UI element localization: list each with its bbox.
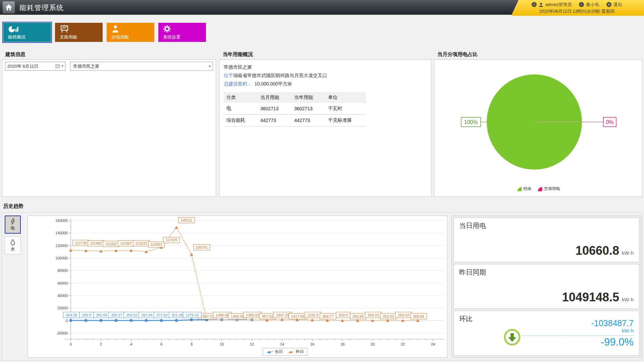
svg-text:110301: 110301 <box>150 242 162 246</box>
nav-subitem-energy[interactable]: 分项用能 <box>107 23 154 42</box>
exit-button[interactable]: 退出 <box>613 2 622 8</box>
ratio-delta: -1038487.7 <box>523 318 634 328</box>
annual-energy-panel: 当年用能概况 常德市民之家 位于湖南省常德市武陵区朗州路与月亮大道交叉口 总建设… <box>219 49 431 197</box>
svg-text:117220: 117220 <box>165 238 177 242</box>
building-name: 常德市民之家 <box>224 63 427 71</box>
pie-slice-icon <box>517 186 522 192</box>
pie-legend: 特殊 空调用电 <box>434 186 642 192</box>
history-chart-legend: 当日 昨日 <box>263 348 308 356</box>
minimize-button[interactable]: 最小化 <box>586 2 599 8</box>
nav-label: 支路用能 <box>60 34 77 40</box>
svg-text:100%: 100% <box>464 119 478 125</box>
legend-item-hvac[interactable]: 空调用电 <box>537 186 560 192</box>
svg-text:111962: 111962 <box>90 241 102 245</box>
table-cell: 电 <box>224 103 258 115</box>
nav-label: 系统设置 <box>163 34 180 40</box>
svg-text:10: 10 <box>220 342 224 346</box>
tool-electricity-button[interactable]: 电 <box>5 216 21 234</box>
tool-water-button[interactable]: 水 <box>5 236 21 254</box>
building-select-value: 常德市民之家 <box>73 63 99 69</box>
pie-chart-icon <box>8 25 19 33</box>
svg-text:160000: 160000 <box>55 219 68 223</box>
table-cell: 千瓦时 <box>325 103 366 115</box>
line-series-icon <box>287 350 295 354</box>
presentation-chart-icon <box>60 25 69 33</box>
svg-text:1417.65: 1417.65 <box>291 314 305 318</box>
line-series-icon <box>266 350 274 354</box>
legend-item-yesterday[interactable]: 昨日 <box>287 349 304 355</box>
table-header-cell: 当月用能 <box>258 92 291 103</box>
svg-text:1387.27: 1387.27 <box>201 314 214 318</box>
svg-text:272.52: 272.52 <box>156 313 168 317</box>
table-row: 综合能耗442773442773千克标准煤 <box>224 115 366 126</box>
info-icon[interactable]: i <box>532 2 537 7</box>
home-button[interactable] <box>3 1 15 13</box>
svg-text:254.16: 254.16 <box>368 313 379 317</box>
app-header: 能耗管理系统 i admin|管理员 − 最小化 ✕ 退出 2020年06月11… <box>0 0 644 15</box>
svg-text:140000: 140000 <box>55 231 68 235</box>
legend-item-today[interactable]: 当日 <box>266 349 283 355</box>
svg-text:1847.29: 1847.29 <box>276 313 289 317</box>
stat-card-ratio: 环比 -1038487.7 kW·h -99.0% <box>453 311 639 356</box>
svg-text:8: 8 <box>191 342 193 346</box>
date-picker[interactable]: 2020年 6月11日 ▼ <box>5 62 65 71</box>
main-nav: 能耗概况 支路用能 分项用能 <box>3 23 206 42</box>
history-section-title: 历史趋势 <box>3 203 23 209</box>
svg-text:1385.52: 1385.52 <box>246 313 259 317</box>
svg-text:1375.15: 1375.15 <box>185 313 199 317</box>
date-value: 2020年 6月11日 <box>7 63 38 69</box>
nav-branch-energy[interactable]: 支路用能 <box>55 23 103 42</box>
table-header-cell: 分类 <box>224 92 258 103</box>
building-area: 总建设面积： 10,000.000平方米 <box>224 80 427 88</box>
svg-text:111202: 111202 <box>105 242 117 246</box>
lightning-icon <box>10 218 15 225</box>
nav-energy-overview[interactable]: 能耗概况 <box>3 23 51 42</box>
svg-text:263.9: 263.9 <box>338 313 348 317</box>
nav-label: 能耗概况 <box>8 34 25 40</box>
svg-text:264.28: 264.28 <box>66 313 77 317</box>
history-chart-box: -200000200004000060000800001000001200001… <box>28 216 447 358</box>
svg-text:957.52: 957.52 <box>262 314 273 318</box>
svg-text:111967: 111967 <box>120 241 132 245</box>
gear-icon <box>163 25 171 33</box>
table-cell: 3602713 <box>258 103 291 115</box>
svg-text:261.65: 261.65 <box>141 313 153 317</box>
panel-title: 当月分项用电占比 <box>434 49 642 59</box>
divider <box>523 335 634 336</box>
pie-chart: 100%0% <box>434 60 642 182</box>
tool-label: 水 <box>11 246 15 252</box>
svg-text:120000: 120000 <box>55 244 68 248</box>
pie-slice-icon <box>537 186 543 192</box>
stat-value: 10660.8 <box>576 244 619 258</box>
svg-text:22: 22 <box>401 342 405 346</box>
user-name: admin|管理员 <box>545 2 572 8</box>
svg-text:1450.53: 1450.53 <box>231 314 244 318</box>
panel-title: 当年用能概况 <box>219 49 431 59</box>
svg-text:60000: 60000 <box>57 281 68 285</box>
close-icon[interactable]: ✕ <box>606 2 611 7</box>
table-cell: 442773 <box>258 115 291 126</box>
svg-text:40000: 40000 <box>57 294 68 298</box>
datetime-text: 2020年06月11日 13时01分20秒 星期四 <box>539 8 614 14</box>
home-icon <box>5 4 12 11</box>
history-line-chart: -200000200004000060000800001000001200001… <box>28 216 447 348</box>
building-location: 位于湖南省常德市武陵区朗州路与月亮大道交叉口 <box>224 71 427 80</box>
stat-label: 环比 <box>459 314 473 323</box>
nav-system-settings[interactable]: 系统设置 <box>158 23 206 42</box>
svg-text:262.65: 262.65 <box>353 314 364 318</box>
svg-text:6: 6 <box>160 342 162 346</box>
user-icon <box>539 2 543 7</box>
legend-item-special[interactable]: 特殊 <box>517 186 532 192</box>
table-cell: 千克标准煤 <box>325 115 366 126</box>
svg-text:2: 2 <box>100 342 102 346</box>
minimize-icon[interactable]: − <box>579 2 584 7</box>
table-cell: 综合能耗 <box>224 115 258 126</box>
ratio-unit: kW·h <box>523 328 634 334</box>
stat-label: 当日用电 <box>459 221 486 230</box>
building-select[interactable]: 常德市民之家 ▼ <box>70 62 213 71</box>
svg-text:0: 0 <box>66 319 68 323</box>
stat-unit: kW·h <box>622 297 634 302</box>
svg-text:262.27: 262.27 <box>111 313 122 317</box>
svg-text:112736: 112736 <box>75 241 87 245</box>
table-cell: 442773 <box>291 115 325 126</box>
